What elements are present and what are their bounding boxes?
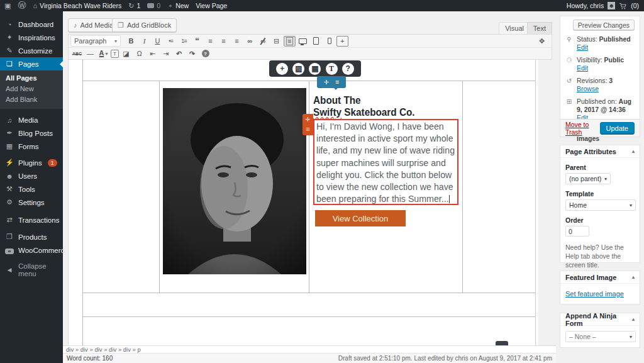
submenu-item-add-blank[interactable]: Add Blank — [0, 94, 63, 105]
avatar[interactable]: ☻ — [608, 2, 615, 9]
desktop-preview-button[interactable] — [297, 36, 309, 47]
browse-revisions-link[interactable]: Browse — [577, 85, 599, 92]
blockquote-button[interactable]: “ — [191, 36, 203, 47]
sidebar-item-dashboard[interactable]: ◔Dashboard — [0, 18, 63, 31]
ninja-form-select[interactable]: – None – ▾ — [565, 331, 636, 342]
outdent-button[interactable]: ⇤ — [147, 48, 158, 59]
submenu-item-all-pages[interactable]: All Pages — [0, 73, 63, 84]
parent-select[interactable]: (no parent) ▾ — [565, 173, 611, 184]
add-media-button[interactable]: ♪ Add Media — [68, 18, 119, 32]
redo-button[interactable]: ↷ — [186, 48, 198, 59]
sidebar-item-blog-posts[interactable]: ✒Blog Posts — [0, 126, 63, 140]
sidebar-item-plugins[interactable]: ⚡Plugins1 — [0, 156, 63, 169]
numbered-list-button[interactable]: 1≡ — [178, 36, 190, 47]
next-block-handle[interactable] — [496, 341, 508, 345]
block-help-button[interactable]: ? — [342, 63, 354, 75]
wordpress-menu-button[interactable]: Ⓦ — [18, 0, 26, 11]
bold-button[interactable]: B — [125, 36, 137, 47]
view-page-link[interactable]: View Page — [196, 0, 227, 11]
sidebar-item-forms[interactable]: ▦Forms — [0, 140, 63, 153]
order-input[interactable] — [565, 226, 589, 237]
paragraph-block-handle[interactable]: ✛ ≡ — [303, 114, 313, 135]
kitchen-sink-toggle-button[interactable]: ≡ — [284, 36, 296, 47]
clear-formatting-button[interactable]: ◪ — [120, 48, 132, 59]
site-name-link[interactable]: ⌂ Virginia Beach Wave Riders — [33, 0, 121, 11]
editor-canvas[interactable]: + ▨ ▦ T ? ✛ ≡ About The Swifty Skateboar… — [68, 60, 538, 345]
mobile-preview-button[interactable] — [323, 36, 335, 47]
tab-text[interactable]: Text — [527, 22, 552, 34]
sidebar-item-settings[interactable]: ⚙Settings — [0, 196, 63, 209]
sidebar-item-users[interactable]: ☻Users — [0, 169, 63, 182]
selected-paragraph-block[interactable]: Hi, I'm David Wong, I have been interest… — [313, 119, 458, 205]
panel-toggle-icon[interactable]: ▴ — [632, 316, 635, 322]
text-block-button[interactable]: T — [326, 63, 338, 75]
layout-block-button[interactable]: ▦ — [309, 63, 321, 75]
sidebar-item-tools[interactable]: ⚒Tools — [0, 182, 63, 196]
text-color-button[interactable]: A▾ — [97, 48, 109, 59]
indent-button[interactable]: ⇥ — [160, 48, 172, 59]
canvas-scrollbar[interactable] — [535, 60, 538, 345]
link-button[interactable]: ∞ — [244, 36, 256, 47]
sidebar-item-woocommerce[interactable]: wWooCommerce — [0, 243, 63, 257]
preview-changes-button[interactable]: Preview Changes — [573, 20, 635, 30]
editor-sidebar: Preview Changes ⚲ Status: Published Edit… — [556, 11, 644, 363]
order-label: Order — [565, 216, 635, 224]
view-collection-button[interactable]: View Collection — [315, 210, 406, 226]
sidebar-item-media[interactable]: ♫Media — [0, 113, 63, 126]
tab-visual[interactable]: Visual — [499, 22, 530, 34]
grid-column-line — [159, 81, 160, 293]
ninja-form-header[interactable]: Append A Ninja Form ▴ — [560, 313, 640, 326]
comments-link[interactable]: 0 — [147, 0, 160, 11]
updates-link[interactable]: ↻ 1 — [128, 0, 140, 11]
italic-button[interactable]: I — [138, 36, 150, 47]
underline-button[interactable]: U — [152, 36, 164, 47]
align-left-button[interactable]: ≡ — [204, 36, 216, 47]
featured-image-header[interactable]: Featured Image ▴ — [560, 271, 640, 284]
update-button[interactable]: Update — [600, 122, 635, 135]
horizontal-rule-button[interactable]: — — [84, 48, 96, 59]
sidebar-item-products[interactable]: ❒Products — [0, 230, 63, 243]
new-content-button[interactable]: ＋ New — [167, 0, 189, 11]
portrait-photo[interactable] — [163, 88, 306, 274]
edit-status-link[interactable]: Edit — [577, 43, 588, 51]
transactions-icon: ⇄ — [5, 216, 14, 224]
paste-as-text-button[interactable]: T — [111, 50, 119, 58]
special-character-button[interactable]: Ω — [133, 48, 145, 59]
panel-toggle-icon[interactable]: ▴ — [632, 274, 635, 280]
undo-button[interactable]: ↶ — [173, 48, 185, 59]
add-gridblock-button[interactable]: ❒ Add GridBlock — [112, 18, 177, 32]
align-center-button[interactable]: ≡ — [218, 36, 230, 47]
block-drag-handle[interactable]: ✛ ≡ — [317, 76, 346, 88]
howdy-account-link[interactable]: Howdy, chris — [567, 0, 604, 11]
cart-icon[interactable] — [619, 2, 627, 10]
page-content-heading[interactable]: About The Swifty Skateboard Co. — [313, 94, 415, 118]
edit-visibility-link[interactable]: Edit — [577, 64, 588, 72]
submenu-item-add-new[interactable]: Add New — [0, 84, 63, 94]
add-element-button[interactable]: + — [336, 36, 348, 47]
media-block-button[interactable]: ▨ — [292, 63, 304, 75]
app-button[interactable]: ▣ — [4, 0, 11, 11]
add-block-button[interactable]: + — [276, 63, 288, 75]
format-select[interactable]: Paragraph ▾ — [70, 35, 121, 47]
strikethrough-button[interactable]: ABC — [71, 48, 83, 59]
element-path-bar[interactable]: div » div » div » div » div » p — [63, 345, 556, 353]
read-more-button[interactable]: ⊟ — [270, 36, 282, 47]
unlink-button[interactable]: ∞ — [257, 36, 269, 47]
tablet-preview-button[interactable] — [310, 36, 322, 47]
bullet-list-button[interactable]: •≡ — [165, 36, 177, 47]
help-button[interactable]: ? — [199, 48, 211, 59]
page-attributes-header[interactable]: Page Attributes ▴ — [560, 145, 640, 158]
move-to-trash-link[interactable]: Move to Trash — [565, 121, 600, 136]
sidebar-item-inspirations[interactable]: ✦Inspirations — [0, 31, 63, 44]
sidebar-item-customize[interactable]: ✎Customize — [0, 44, 63, 57]
align-right-button[interactable]: ≡ — [231, 36, 243, 47]
sidebar-item-pages[interactable]: ❏Pages — [0, 57, 63, 70]
set-featured-image-link[interactable]: Set featured image — [565, 290, 635, 298]
panel-toggle-icon[interactable]: ▴ — [632, 148, 635, 154]
admin-bar: ▣ Ⓦ ⌂ Virginia Beach Wave Riders ↻ 1 0 ＋… — [0, 0, 644, 11]
sidebar-item-transactions[interactable]: ⇄Transactions — [0, 213, 63, 226]
home-icon: ⌂ — [33, 0, 37, 11]
fullscreen-button[interactable]: ✥ — [536, 36, 548, 47]
template-select[interactable]: Home ▾ — [565, 199, 636, 211]
collapse-menu-button[interactable]: ◀Collapse menu — [0, 263, 63, 276]
